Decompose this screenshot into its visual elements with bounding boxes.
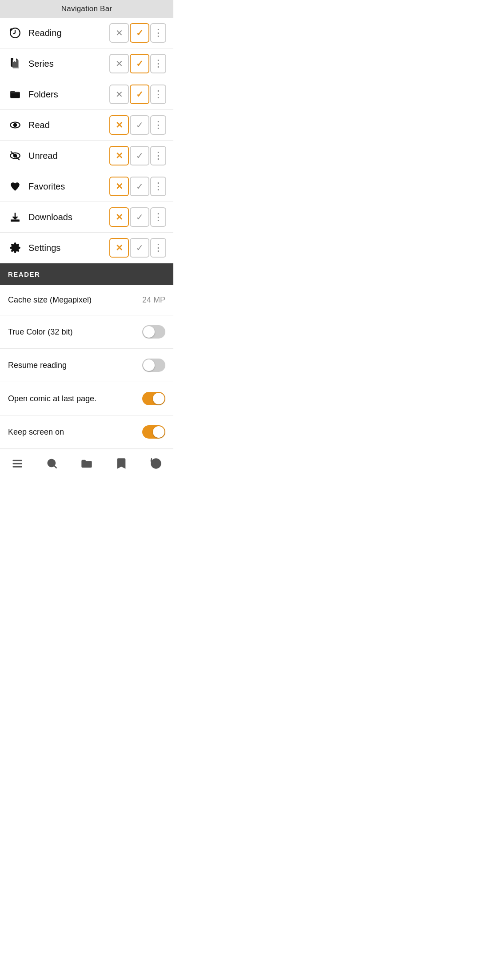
downloads-check-button[interactable]: ✓ (130, 207, 149, 227)
folders-controls: ✕ ✓ ⋮ (109, 85, 166, 104)
open-last-page-toggle-knob (153, 393, 164, 404)
downloads-controls: ✕ ✓ ⋮ (109, 207, 166, 227)
folder-nav-icon (80, 457, 93, 470)
read-check-button[interactable]: ✓ (130, 115, 149, 135)
nav-items-section: Reading ✕ ✓ ⋮ Series ✕ ✓ ⋮ (0, 18, 173, 263)
search-icon (46, 457, 58, 470)
reading-x-button[interactable]: ✕ (109, 23, 129, 43)
eye-icon (7, 117, 23, 133)
reading-label: Reading (28, 28, 109, 38)
history-nav-icon (150, 457, 162, 470)
svg-point-6 (14, 124, 17, 127)
read-x-button[interactable]: ✕ (109, 115, 129, 135)
series-x-button[interactable]: ✕ (109, 54, 129, 73)
series-check-button[interactable]: ✓ (130, 54, 149, 73)
bottom-series-button[interactable] (110, 455, 133, 472)
folders-icon (7, 86, 23, 102)
keep-screen-on-toggle[interactable] (142, 425, 165, 439)
settings-label: Settings (28, 243, 109, 253)
bottom-folders-button[interactable] (75, 455, 98, 472)
cache-size-value: 24 MP (142, 295, 165, 305)
svg-rect-15 (13, 463, 22, 464)
nav-item-read: Read ✕ ✓ ⋮ (0, 110, 173, 141)
resume-reading-toggle-knob (143, 359, 155, 371)
nav-item-reading: Reading ✕ ✓ ⋮ (0, 18, 173, 48)
settings-controls: ✕ ✓ ⋮ (109, 238, 166, 258)
menu-icon (11, 457, 24, 470)
bottom-history-button[interactable] (144, 455, 168, 472)
heart-icon (7, 178, 23, 194)
nav-item-folders: Folders ✕ ✓ ⋮ (0, 79, 173, 110)
folders-more-button[interactable]: ⋮ (150, 85, 166, 104)
unread-check-button[interactable]: ✓ (130, 146, 149, 165)
svg-rect-14 (13, 460, 22, 461)
folders-label: Folders (28, 89, 109, 100)
bottom-search-button[interactable] (40, 455, 64, 472)
open-last-page-row: Open comic at last page. (0, 382, 173, 415)
bottom-menu-button[interactable] (6, 455, 29, 472)
true-color-row: True Color (32 bit) (0, 315, 173, 349)
bottom-navigation (0, 449, 173, 480)
read-more-button[interactable]: ⋮ (150, 115, 166, 135)
favorites-check-button[interactable]: ✓ (130, 177, 149, 196)
folders-x-button[interactable]: ✕ (109, 85, 129, 104)
series-controls: ✕ ✓ ⋮ (109, 54, 166, 73)
nav-item-downloads: Downloads ✕ ✓ ⋮ (0, 202, 173, 233)
keep-screen-on-toggle-knob (153, 426, 164, 438)
resume-reading-row: Resume reading (0, 349, 173, 382)
navigation-bar-header: Navigation Bar (0, 0, 173, 18)
nav-item-series: Series ✕ ✓ ⋮ (0, 48, 173, 79)
settings-more-button[interactable]: ⋮ (150, 238, 166, 258)
true-color-toggle-knob (143, 326, 155, 338)
favorites-label: Favorites (28, 181, 109, 192)
unread-label: Unread (28, 151, 109, 161)
series-more-button[interactable]: ⋮ (150, 54, 166, 73)
unread-more-button[interactable]: ⋮ (150, 146, 166, 165)
unread-controls: ✕ ✓ ⋮ (109, 146, 166, 165)
svg-line-18 (54, 466, 56, 468)
gear-icon (7, 240, 23, 256)
open-last-page-toggle[interactable] (142, 392, 165, 405)
eye-slash-icon (7, 148, 23, 164)
reading-controls: ✕ ✓ ⋮ (109, 23, 166, 43)
series-label: Series (28, 59, 109, 69)
bookmark-nav-icon (115, 457, 128, 470)
unread-x-button[interactable]: ✕ (109, 146, 129, 165)
reading-check-button[interactable]: ✓ (130, 23, 149, 43)
downloads-label: Downloads (28, 212, 109, 222)
keep-screen-on-row: Keep screen on (0, 415, 173, 449)
nav-item-settings: Settings ✕ ✓ ⋮ (0, 233, 173, 263)
series-icon (7, 56, 23, 72)
resume-reading-label: Resume reading (8, 361, 67, 370)
svg-rect-16 (13, 466, 22, 468)
nav-item-favorites: Favorites ✕ ✓ ⋮ (0, 171, 173, 202)
settings-check-button[interactable]: ✓ (130, 238, 149, 258)
keep-screen-on-label: Keep screen on (8, 427, 64, 437)
reader-settings: Cache size (Megapixel) 24 MP True Color … (0, 285, 173, 449)
reading-more-button[interactable]: ⋮ (150, 23, 166, 43)
nav-item-unread: Unread ✕ ✓ ⋮ (0, 141, 173, 171)
history-icon (7, 25, 23, 41)
settings-x-button[interactable]: ✕ (109, 238, 129, 258)
favorites-more-button[interactable]: ⋮ (150, 177, 166, 196)
svg-point-17 (48, 460, 55, 467)
read-controls: ✕ ✓ ⋮ (109, 115, 166, 135)
folders-check-button[interactable]: ✓ (130, 85, 149, 104)
favorites-controls: ✕ ✓ ⋮ (109, 177, 166, 196)
cache-size-label: Cache size (Megapixel) (8, 295, 92, 305)
download-icon (7, 209, 23, 225)
reader-section-header: READER (0, 263, 173, 285)
true-color-toggle[interactable] (142, 325, 165, 339)
favorites-x-button[interactable]: ✕ (109, 177, 129, 196)
svg-rect-13 (11, 221, 20, 222)
downloads-x-button[interactable]: ✕ (109, 207, 129, 227)
cache-size-row: Cache size (Megapixel) 24 MP (0, 285, 173, 315)
downloads-more-button[interactable]: ⋮ (150, 207, 166, 227)
true-color-label: True Color (32 bit) (8, 327, 72, 337)
read-label: Read (28, 120, 109, 130)
resume-reading-toggle[interactable] (142, 359, 165, 372)
open-last-page-label: Open comic at last page. (8, 394, 96, 403)
